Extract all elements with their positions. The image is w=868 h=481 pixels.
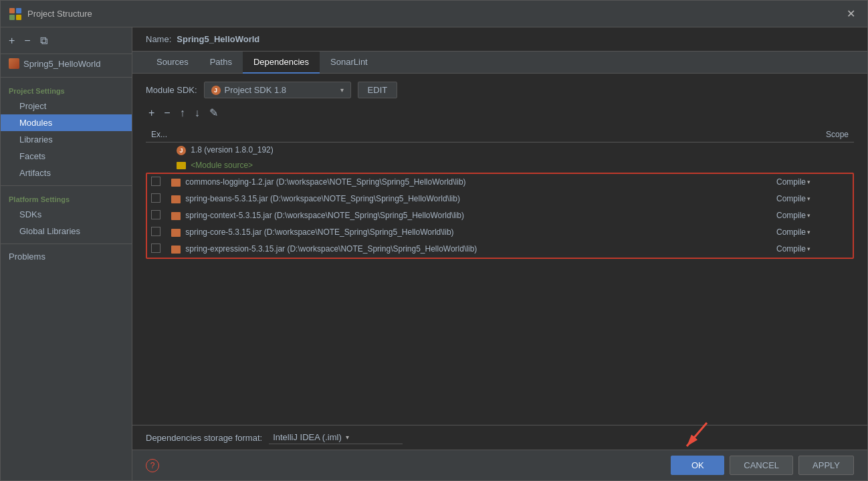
name-row: Name: Spring5_HelloWorld — [132, 27, 867, 52]
dep-row-commons-logging-name: commons-logging-1.2.jar (D:\workspace\NO… — [167, 174, 772, 191]
sdk-dropdown-arrow-icon: ▾ — [340, 86, 344, 94]
sdk-dropdown[interactable]: J Project SDK 1.8 ▾ — [204, 82, 351, 98]
ok-button[interactable]: OK — [671, 456, 724, 475]
storage-dropdown[interactable]: IntelliJ IDEA (.iml) ▾ — [269, 431, 403, 444]
move-up-dep-button[interactable]: ↑ — [177, 106, 188, 120]
java-sdk-icon: J — [211, 86, 221, 95]
svg-rect-1 — [16, 8, 21, 13]
dep-row-module-source-check — [146, 158, 173, 173]
jar-icon-commons-logging — [171, 179, 181, 187]
dep-row-spring-expression-check[interactable] — [147, 241, 167, 258]
jar-icon-spring-expression — [171, 246, 181, 254]
sidebar: + − ⧉ Spring5_HelloWorld Project Setting… — [1, 27, 132, 480]
copy-module-button[interactable]: ⧉ — [37, 33, 50, 48]
dep-list-container: Ex... Scope J 1.8 (version — [146, 127, 854, 417]
scope-arrow-icon: ▾ — [807, 179, 810, 185]
module-item-spring5[interactable]: Spring5_HelloWorld — [1, 54, 132, 73]
dep-checkbox-spring-beans[interactable] — [151, 193, 160, 203]
scope-dropdown-spring-expression[interactable]: Compile ▾ — [776, 244, 849, 254]
storage-dropdown-arrow-icon: ▾ — [346, 434, 349, 441]
sidebar-item-project[interactable]: Project — [1, 98, 132, 114]
divider-2 — [1, 185, 132, 186]
dep-row-spring-expression-name: spring-expression-5.3.15.jar (D:\workspa… — [167, 241, 772, 258]
scope-dropdown-spring-beans[interactable]: Compile ▾ — [776, 194, 849, 203]
java-icon: J — [177, 146, 186, 155]
project-structure-window: Project Structure ✕ + − ⧉ Spring5_HelloW… — [0, 0, 868, 481]
tabs-bar: Sources Paths Dependencies SonarLint — [132, 52, 867, 74]
module-icon — [9, 58, 19, 69]
jar-icon-spring-core — [171, 229, 181, 237]
dep-row-commons-logging-check[interactable] — [147, 174, 167, 191]
dep-row-spring-context-check[interactable] — [147, 207, 167, 224]
dep-checkbox-commons-logging[interactable] — [151, 177, 160, 186]
sidebar-item-modules[interactable]: Modules — [1, 114, 132, 131]
scope-dropdown-spring-context[interactable]: Compile ▾ — [776, 211, 849, 220]
dep-table: Ex... Scope J 1.8 (version — [146, 127, 854, 173]
divider-1 — [1, 77, 132, 78]
tab-sources[interactable]: Sources — [146, 52, 199, 74]
edit-sdk-button[interactable]: EDIT — [358, 82, 398, 98]
move-down-dep-button[interactable]: ↓ — [192, 106, 203, 120]
tab-dependencies[interactable]: Dependencies — [243, 52, 320, 74]
module-name: Spring5_HelloWorld — [23, 59, 100, 69]
dep-checkbox-spring-core[interactable] — [151, 227, 160, 236]
main-panel: Name: Spring5_HelloWorld Sources Paths D… — [132, 27, 867, 480]
folder-icon — [177, 162, 186, 169]
sidebar-toolbar: + − ⧉ — [1, 27, 132, 54]
dep-row-spring-context-scope[interactable]: Compile ▾ — [772, 207, 853, 224]
dep-row-java-sdk-check — [146, 142, 173, 158]
content-area: + − ⧉ Spring5_HelloWorld Project Setting… — [1, 27, 867, 480]
sdk-value: Project SDK 1.8 — [225, 85, 287, 95]
remove-module-button[interactable]: − — [21, 33, 33, 48]
dep-row-commons-logging-scope[interactable]: Compile ▾ — [772, 174, 853, 191]
dep-row-module-source-name: <Module source> — [173, 158, 774, 173]
dep-row-spring-core-check[interactable] — [147, 224, 167, 241]
storage-row: Dependencies storage format: IntelliJ ID… — [132, 425, 867, 450]
close-button[interactable]: ✕ — [843, 6, 859, 21]
dep-table-header: Ex... Scope — [146, 127, 854, 142]
col-export-header: Ex... — [146, 127, 173, 142]
scope-arrow-icon-3: ▾ — [807, 212, 810, 219]
name-label: Name: — [146, 34, 171, 44]
scope-arrow-icon-5: ▾ — [807, 246, 810, 252]
sidebar-item-global-libraries[interactable]: Global Libraries — [1, 223, 132, 239]
apply-button[interactable]: APPLY — [798, 456, 854, 475]
dep-row-spring-expression: spring-expression-5.3.15.jar (D:\workspa… — [147, 241, 853, 258]
dep-row-spring-context: spring-context-5.3.15.jar (D:\workspace\… — [147, 207, 853, 224]
dep-row-java-sdk: J 1.8 (version 1.8.0_192) — [146, 142, 854, 158]
add-module-button[interactable]: + — [6, 33, 17, 48]
app-icon — [9, 7, 22, 21]
tab-sonarlint[interactable]: SonarLint — [320, 52, 378, 74]
dep-row-spring-core: spring-core-5.3.15.jar (D:\workspace\NOT… — [147, 224, 853, 241]
svg-rect-3 — [16, 15, 21, 20]
dep-checkbox-spring-context[interactable] — [151, 210, 160, 219]
scope-dropdown-spring-core[interactable]: Compile ▾ — [776, 227, 849, 237]
bottom-left: ? — [146, 459, 159, 472]
dep-row-spring-beans: spring-beans-5.3.15.jar (D:\workspace\NO… — [147, 191, 853, 207]
tab-paths[interactable]: Paths — [199, 52, 243, 74]
dep-row-spring-beans-scope[interactable]: Compile ▾ — [772, 191, 853, 207]
svg-line-5 — [687, 423, 707, 446]
dep-row-spring-core-scope[interactable]: Compile ▾ — [772, 224, 853, 241]
sidebar-item-sdks[interactable]: SDKs — [1, 206, 132, 223]
sidebar-item-problems[interactable]: Problems — [1, 248, 132, 265]
cancel-button[interactable]: CANCEL — [730, 456, 793, 475]
dep-row-spring-expression-scope[interactable]: Compile ▾ — [772, 241, 853, 258]
sidebar-item-facets[interactable]: Facets — [1, 148, 132, 165]
edit-dep-button[interactable]: ✎ — [207, 105, 221, 120]
sidebar-item-artifacts[interactable]: Artifacts — [1, 165, 132, 181]
dep-row-module-source-scope — [774, 158, 854, 173]
dep-row-spring-beans-check[interactable] — [147, 191, 167, 207]
add-dep-button[interactable]: + — [146, 106, 157, 120]
sidebar-item-libraries[interactable]: Libraries — [1, 131, 132, 148]
help-button[interactable]: ? — [146, 459, 159, 472]
dep-checkbox-spring-expression[interactable] — [151, 244, 160, 253]
panel-content: Module SDK: J Project SDK 1.8 ▾ EDIT + −… — [132, 74, 867, 425]
scope-arrow-icon-4: ▾ — [807, 229, 810, 235]
remove-dep-button[interactable]: − — [161, 106, 173, 120]
platform-settings-label: Platform Settings — [1, 190, 132, 206]
col-name-header — [173, 127, 774, 142]
name-value: Spring5_HelloWorld — [177, 34, 259, 44]
scope-dropdown-commons-logging[interactable]: Compile ▾ — [776, 177, 849, 187]
dep-row-spring-context-name: spring-context-5.3.15.jar (D:\workspace\… — [167, 207, 772, 224]
